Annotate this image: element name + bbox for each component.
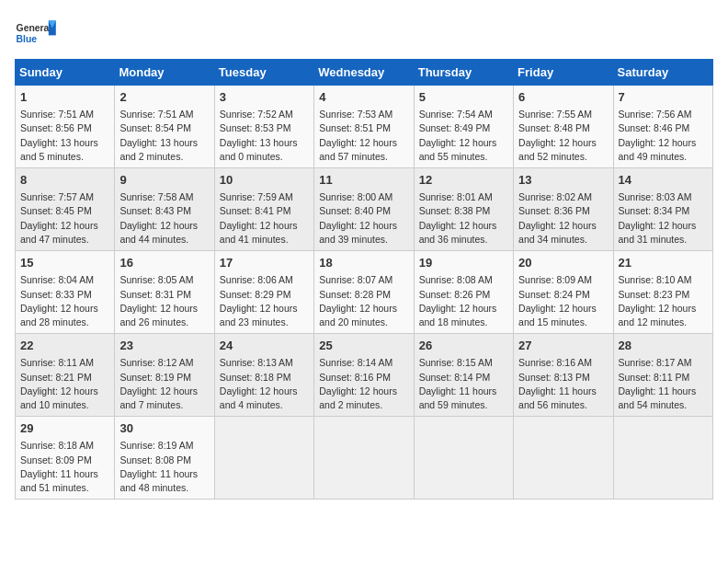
day-details: Sunrise: 7:51 AMSunset: 8:56 PMDaylight:… — [20, 108, 109, 164]
day-details: Sunrise: 8:05 AMSunset: 8:31 PMDaylight:… — [119, 273, 209, 329]
day-number: 29 — [20, 420, 109, 437]
day-cell: 15Sunrise: 8:04 AMSunset: 8:33 PMDayligh… — [16, 251, 115, 334]
day-number: 25 — [319, 338, 408, 354]
day-details: Sunrise: 8:13 AMSunset: 8:18 PMDaylight:… — [220, 356, 309, 412]
day-number: 3 — [220, 89, 309, 106]
col-header-monday: Monday — [115, 60, 214, 86]
day-cell: 14Sunrise: 8:03 AMSunset: 8:34 PMDayligh… — [613, 168, 712, 251]
day-cell — [214, 417, 313, 500]
day-details: Sunrise: 8:04 AMSunset: 8:33 PMDaylight:… — [20, 273, 109, 329]
day-cell: 17Sunrise: 8:06 AMSunset: 8:29 PMDayligh… — [214, 251, 313, 334]
day-details: Sunrise: 8:15 AMSunset: 8:14 PMDaylight:… — [419, 356, 508, 412]
day-cell — [314, 417, 414, 500]
day-cell: 13Sunrise: 8:02 AMSunset: 8:36 PMDayligh… — [514, 168, 613, 251]
day-details: Sunrise: 7:52 AMSunset: 8:53 PMDaylight:… — [220, 108, 309, 164]
day-details: Sunrise: 8:00 AMSunset: 8:40 PMDaylight:… — [319, 190, 408, 247]
day-number: 22 — [20, 338, 109, 354]
header: General Blue — [15, 15, 713, 52]
day-cell: 23Sunrise: 8:12 AMSunset: 8:19 PMDayligh… — [115, 334, 214, 417]
week-row-3: 15Sunrise: 8:04 AMSunset: 8:33 PMDayligh… — [16, 251, 713, 334]
col-header-sunday: Sunday — [16, 60, 115, 86]
day-cell: 30Sunrise: 8:19 AMSunset: 8:08 PMDayligh… — [115, 417, 214, 500]
day-number: 30 — [119, 420, 209, 437]
day-details: Sunrise: 8:12 AMSunset: 8:19 PMDaylight:… — [119, 356, 209, 412]
col-header-saturday: Saturday — [613, 60, 712, 86]
day-cell — [514, 417, 613, 500]
day-cell — [613, 417, 712, 500]
header-row: SundayMondayTuesdayWednesdayThursdayFrid… — [16, 60, 713, 86]
calendar-body: 1Sunrise: 7:51 AMSunset: 8:56 PMDaylight… — [16, 86, 713, 500]
generalblue-logo-icon: General Blue — [15, 15, 59, 52]
day-details: Sunrise: 8:14 AMSunset: 8:16 PMDaylight:… — [319, 356, 408, 412]
day-cell: 18Sunrise: 8:07 AMSunset: 8:28 PMDayligh… — [314, 251, 414, 334]
day-number: 10 — [220, 172, 309, 189]
day-cell: 12Sunrise: 8:01 AMSunset: 8:38 PMDayligh… — [414, 168, 513, 251]
day-cell: 10Sunrise: 7:59 AMSunset: 8:41 PMDayligh… — [214, 168, 313, 251]
day-cell: 29Sunrise: 8:18 AMSunset: 8:09 PMDayligh… — [16, 417, 115, 500]
day-cell: 28Sunrise: 8:17 AMSunset: 8:11 PMDayligh… — [613, 334, 712, 417]
day-number: 12 — [419, 172, 508, 189]
day-details: Sunrise: 8:07 AMSunset: 8:28 PMDaylight:… — [319, 273, 408, 329]
day-number: 11 — [319, 172, 408, 189]
day-cell: 27Sunrise: 8:16 AMSunset: 8:13 PMDayligh… — [514, 334, 613, 417]
day-number: 17 — [220, 255, 309, 271]
col-header-friday: Friday — [514, 60, 613, 86]
day-cell: 4Sunrise: 7:53 AMSunset: 8:51 PMDaylight… — [314, 86, 414, 168]
day-number: 7 — [619, 89, 708, 106]
day-details: Sunrise: 8:17 AMSunset: 8:11 PMDaylight:… — [619, 356, 708, 412]
day-details: Sunrise: 7:56 AMSunset: 8:46 PMDaylight:… — [619, 108, 708, 164]
day-number: 2 — [119, 89, 209, 106]
day-number: 18 — [319, 255, 408, 271]
day-details: Sunrise: 8:18 AMSunset: 8:09 PMDaylight:… — [20, 439, 109, 495]
day-number: 9 — [119, 172, 209, 189]
day-details: Sunrise: 8:10 AMSunset: 8:23 PMDaylight:… — [619, 273, 708, 329]
day-details: Sunrise: 8:11 AMSunset: 8:21 PMDaylight:… — [20, 356, 109, 412]
day-number: 16 — [119, 255, 209, 271]
day-cell: 5Sunrise: 7:54 AMSunset: 8:49 PMDaylight… — [414, 86, 513, 168]
day-details: Sunrise: 7:58 AMSunset: 8:43 PMDaylight:… — [119, 190, 209, 247]
day-details: Sunrise: 8:02 AMSunset: 8:36 PMDaylight:… — [518, 190, 608, 247]
day-cell: 6Sunrise: 7:55 AMSunset: 8:48 PMDaylight… — [514, 86, 613, 168]
day-number: 19 — [419, 255, 508, 271]
day-cell: 1Sunrise: 7:51 AMSunset: 8:56 PMDaylight… — [16, 86, 115, 168]
svg-text:Blue: Blue — [17, 34, 38, 44]
day-number: 1 — [20, 89, 109, 106]
day-number: 26 — [419, 338, 508, 354]
day-details: Sunrise: 8:06 AMSunset: 8:29 PMDaylight:… — [220, 273, 309, 329]
day-cell: 2Sunrise: 7:51 AMSunset: 8:54 PMDaylight… — [115, 86, 214, 168]
day-number: 5 — [419, 89, 508, 106]
day-cell: 11Sunrise: 8:00 AMSunset: 8:40 PMDayligh… — [314, 168, 414, 251]
day-details: Sunrise: 7:59 AMSunset: 8:41 PMDaylight:… — [220, 190, 309, 247]
day-cell: 26Sunrise: 8:15 AMSunset: 8:14 PMDayligh… — [414, 334, 513, 417]
col-header-thursday: Thursday — [414, 60, 513, 86]
day-number: 23 — [119, 338, 209, 354]
logo: General Blue — [15, 15, 59, 52]
day-details: Sunrise: 7:55 AMSunset: 8:48 PMDaylight:… — [518, 108, 608, 164]
day-cell: 22Sunrise: 8:11 AMSunset: 8:21 PMDayligh… — [16, 334, 115, 417]
day-cell: 24Sunrise: 8:13 AMSunset: 8:18 PMDayligh… — [214, 334, 313, 417]
day-number: 27 — [518, 338, 608, 354]
week-row-4: 22Sunrise: 8:11 AMSunset: 8:21 PMDayligh… — [16, 334, 713, 417]
day-cell — [414, 417, 513, 500]
calendar-table: SundayMondayTuesdayWednesdayThursdayFrid… — [15, 59, 713, 500]
day-cell: 25Sunrise: 8:14 AMSunset: 8:16 PMDayligh… — [314, 334, 414, 417]
day-details: Sunrise: 7:54 AMSunset: 8:49 PMDaylight:… — [419, 108, 508, 164]
week-row-5: 29Sunrise: 8:18 AMSunset: 8:09 PMDayligh… — [16, 417, 713, 500]
day-number: 15 — [20, 255, 109, 271]
calendar-header: SundayMondayTuesdayWednesdayThursdayFrid… — [16, 60, 713, 86]
day-number: 20 — [518, 255, 608, 271]
day-number: 4 — [319, 89, 408, 106]
week-row-1: 1Sunrise: 7:51 AMSunset: 8:56 PMDaylight… — [16, 86, 713, 168]
day-details: Sunrise: 8:16 AMSunset: 8:13 PMDaylight:… — [518, 356, 608, 412]
day-cell: 7Sunrise: 7:56 AMSunset: 8:46 PMDaylight… — [613, 86, 712, 168]
col-header-tuesday: Tuesday — [214, 60, 313, 86]
day-cell: 8Sunrise: 7:57 AMSunset: 8:45 PMDaylight… — [16, 168, 115, 251]
day-details: Sunrise: 8:08 AMSunset: 8:26 PMDaylight:… — [419, 273, 508, 329]
day-number: 13 — [518, 172, 608, 189]
day-cell: 3Sunrise: 7:52 AMSunset: 8:53 PMDaylight… — [214, 86, 313, 168]
day-number: 14 — [619, 172, 708, 189]
day-number: 28 — [619, 338, 708, 354]
svg-text:General: General — [17, 23, 52, 33]
day-details: Sunrise: 8:19 AMSunset: 8:08 PMDaylight:… — [119, 439, 209, 495]
day-cell: 21Sunrise: 8:10 AMSunset: 8:23 PMDayligh… — [613, 251, 712, 334]
